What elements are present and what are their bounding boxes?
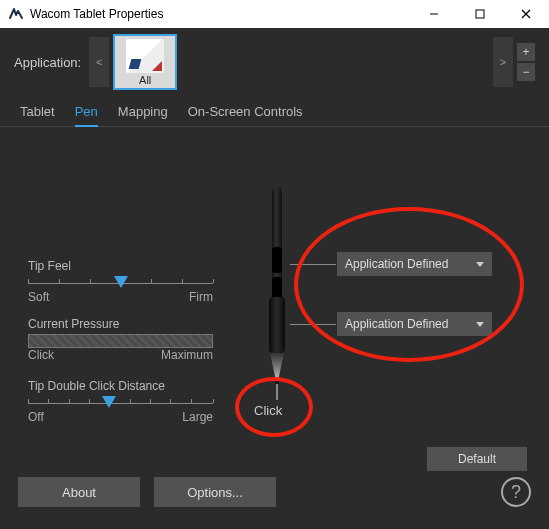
chevron-down-icon xyxy=(476,322,484,327)
titlebar: Wacom Tablet Properties xyxy=(0,0,549,28)
application-label: Application: xyxy=(14,55,81,70)
options-button[interactable]: Options... xyxy=(154,477,276,507)
double-click-thumb[interactable] xyxy=(102,396,116,408)
svg-rect-1 xyxy=(476,10,484,18)
pen-lower-button-value: Application Defined xyxy=(345,317,448,331)
window-title: Wacom Tablet Properties xyxy=(30,7,163,21)
tip-feel-label: Tip Feel xyxy=(28,259,213,273)
double-click-slider[interactable] xyxy=(28,396,213,410)
pen-tip-label: Click xyxy=(254,403,282,418)
help-icon: ? xyxy=(511,482,521,503)
pressure-right-label: Maximum xyxy=(161,348,213,362)
tip-feel-left-label: Soft xyxy=(28,290,49,304)
app-slot-label: All xyxy=(139,74,151,86)
maximize-button[interactable] xyxy=(457,0,503,28)
app-add-button[interactable]: + xyxy=(517,43,535,61)
tab-tablet[interactable]: Tablet xyxy=(20,100,55,126)
footer: About Options... ? xyxy=(0,467,549,517)
pen-upper-button-graphic xyxy=(272,247,282,273)
pen-upper-button-value: Application Defined xyxy=(345,257,448,271)
minimize-button[interactable] xyxy=(411,0,457,28)
tip-feel-thumb[interactable] xyxy=(114,276,128,288)
application-row: Application: < All > + − xyxy=(0,28,549,98)
pen-upper-button-dropdown[interactable]: Application Defined xyxy=(337,252,492,276)
close-button[interactable] xyxy=(503,0,549,28)
app-slot-all[interactable]: All xyxy=(113,34,177,90)
annotation-circle xyxy=(294,207,524,362)
chevron-down-icon xyxy=(476,262,484,267)
tab-pen[interactable]: Pen xyxy=(75,100,98,127)
current-pressure-bar xyxy=(28,334,213,348)
help-button[interactable]: ? xyxy=(501,477,531,507)
connector-line-top xyxy=(290,264,336,265)
dblclk-left-label: Off xyxy=(28,410,44,424)
default-button[interactable]: Default xyxy=(427,447,527,471)
dblclk-right-label: Large xyxy=(182,410,213,424)
tip-feel-slider[interactable] xyxy=(28,276,213,290)
tab-bar: Tablet Pen Mapping On-Screen Controls xyxy=(0,98,549,127)
tab-mapping[interactable]: Mapping xyxy=(118,100,168,126)
all-apps-icon xyxy=(126,39,164,73)
app-remove-button[interactable]: − xyxy=(517,63,535,81)
pen-lower-button-dropdown[interactable]: Application Defined xyxy=(337,312,492,336)
pen-tab-content: Tip Feel Soft Firm Current Pressure Clic… xyxy=(0,127,549,467)
app-prev-button[interactable]: < xyxy=(89,37,109,87)
app-next-button[interactable]: > xyxy=(493,37,513,87)
tip-feel-right-label: Firm xyxy=(189,290,213,304)
about-button[interactable]: About xyxy=(18,477,140,507)
connector-line-bottom xyxy=(290,324,336,325)
current-pressure-label: Current Pressure xyxy=(28,317,213,331)
wacom-logo-icon xyxy=(8,6,24,22)
tab-onscreen-controls[interactable]: On-Screen Controls xyxy=(188,100,303,126)
pressure-left-label: Click xyxy=(28,348,54,362)
pen-graphic xyxy=(263,187,291,397)
double-click-label: Tip Double Click Distance xyxy=(28,379,213,393)
